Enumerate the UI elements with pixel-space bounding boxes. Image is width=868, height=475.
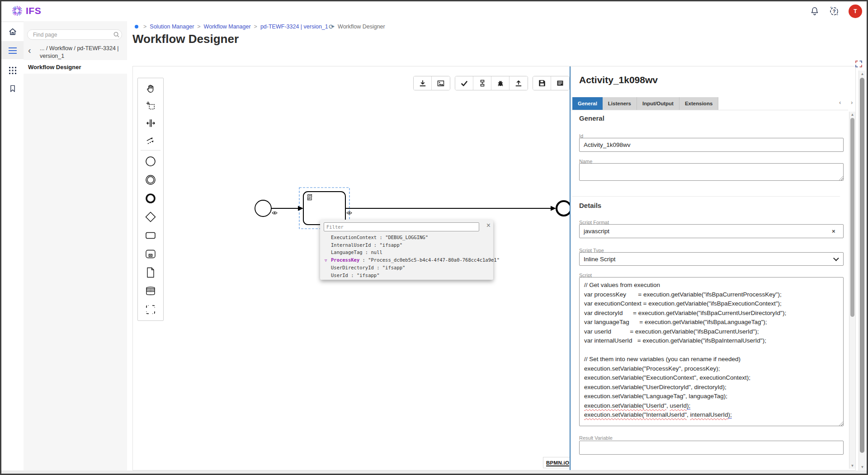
script-line: var userId = execution.getVariable("ifsB… [584,327,839,337]
name-resize-handle[interactable] [838,175,843,180]
notifications-bell-icon[interactable] [810,6,820,17]
script-line: execution.setVariable("UserId", userId); [584,401,839,411]
variable-separator: : [359,257,368,263]
user-avatar[interactable]: T [849,5,862,18]
properties-panel: Activity_1k098wv General Listeners Input… [571,66,855,470]
overlay-eye-icon-1[interactable] [272,212,277,214]
variable-row[interactable]: ExecutionContext : "DEBUG_LOGGING" [324,234,490,241]
variable-separator: : [374,265,382,270]
overlay-eye-icon-2[interactable] [347,212,352,214]
page-scroll-down-icon[interactable]: ▼ [859,465,866,469]
variable-row[interactable]: UserDirectoryId : "ifsapp" [324,264,490,272]
start-event[interactable] [255,200,271,216]
breadcrumb-item[interactable]: pd-TEWF-3324 | version_1 [260,24,328,30]
script-resize-handle[interactable] [838,421,843,426]
home-icon[interactable] [1,22,24,41]
script-line: // Get values from execution [584,281,839,290]
variable-value: null [371,249,382,255]
variable-row[interactable]: InternalUserId : "ifsapp" [324,241,490,249]
script-line: execution.setVariable("ProcessKey", proc… [584,364,839,374]
variable-separator: : [377,235,385,240]
panel-scrollbar-thumb[interactable] [850,118,854,317]
variable-name: InternalUserId [331,242,371,248]
scroll-up-icon[interactable]: ▲ [849,113,855,117]
script-line: execution.setVariable("LanguageTag", lan… [584,392,839,401]
back-chevron[interactable]: ‹ [28,46,31,55]
properties-tab[interactable]: Extensions [679,97,718,110]
page-scrollbar[interactable]: ▲ ▼ [859,71,866,470]
fullscreen-expand-icon[interactable] [855,60,863,68]
variable-row[interactable]: LanguageTag : null [324,249,490,256]
bpmn-io-badge[interactable]: BPMN.iO [543,457,572,468]
script-line: var internalUserId = execution.getVariab… [584,336,839,346]
refresh-icon[interactable]: ⟳ [329,23,334,30]
properties-tab[interactable]: Input/Output [637,97,679,110]
variable-separator: : [363,249,371,255]
element-title: Activity_1k098wv [579,75,658,85]
variable-name: UserDirectoryId [331,265,374,270]
filter-input[interactable] [324,222,479,231]
variable-value: "Process_dc0eb5c5-b4c4-4f47-80a0-768cc4c… [368,257,500,263]
page-title: Workflow Designer [132,32,239,46]
script-line: var languageTag = execution.getVariable(… [584,318,839,327]
search-input[interactable] [27,29,122,40]
id-input[interactable] [579,138,844,152]
script-type-select[interactable]: Inline Script [579,252,844,266]
script-line: execution.setVariable("InternalUserId", … [584,410,839,420]
search-icon [113,31,120,38]
script-editor[interactable]: // Get values from execution var process… [579,277,844,426]
svg-text:+: + [836,13,838,16]
breadcrumb-item[interactable]: Solution Manager [150,24,194,30]
breadcrumb-item[interactable]: Workflow Manager [204,24,251,30]
script-line: var directoryId = execution.getVariable(… [584,309,839,318]
clear-icon[interactable]: × [832,228,835,235]
help-icon[interactable]: ? + + [829,6,840,17]
page-scroll-up-icon[interactable]: ▲ [859,72,866,76]
bpmn-canvas[interactable]: × ExecutionContext : "DEBUG_LOGGING" Int… [133,66,570,470]
apps-grid-icon[interactable] [1,61,24,80]
breadcrumb-item[interactable]: Workflow Designer [338,24,385,30]
breadcrumb-dot-icon [135,25,138,28]
properties-tab[interactable]: General [572,97,603,110]
menu-icon[interactable] [1,41,24,60]
variables-list: ExecutionContext : "DEBUG_LOGGING" Inter… [324,234,490,279]
variable-row[interactable]: UserId : "ifsapp" [324,272,490,279]
breadcrumb-separator: > [197,24,200,30]
name-textarea[interactable] [579,163,844,181]
workflow-designer-workarea: × ExecutionContext : "DEBUG_LOGGING" Int… [132,66,856,470]
variable-value: "ifsapp" [357,273,380,278]
nav-rail [1,21,24,474]
variable-value: "ifsapp" [382,265,406,270]
script-line [584,346,839,355]
panel-scrollbar[interactable]: ▲ ▼ [849,112,855,469]
script-line: var processKey = execution.getVariable("… [584,290,839,300]
sidebar: ‹ ... / Workflow / pd-TEWF-3324 | versio… [24,21,127,474]
end-event[interactable] [557,201,570,216]
variable-separator: : [348,273,357,278]
scroll-down-icon[interactable]: ▼ [849,464,855,468]
chevron-down-icon [833,255,839,261]
variable-name: LanguageTag [331,249,363,255]
expand-triangle-icon[interactable]: ▽ [324,257,331,264]
variable-row[interactable]: ▽ProcessKey : "Process_dc0eb5c5-b4c4-4f4… [324,256,490,264]
close-icon[interactable]: × [486,222,491,229]
result-variable-input[interactable] [579,441,844,455]
script-line: execution.setVariable("UserDirectoryId",… [584,383,839,392]
variable-value: "ifsapp" [379,242,402,248]
context-path: ... / Workflow / pd-TEWF-3324 | version_… [40,45,122,60]
properties-tab[interactable]: Listeners [603,97,637,110]
bookmark-icon[interactable] [1,79,24,98]
app-window: IFS ? + + T [0,0,868,475]
result-variable-label: Result Variable [579,435,613,441]
breadcrumb-separator: > [143,24,146,30]
page-scrollbar-thumb[interactable] [860,78,864,453]
tabs-scroll-right-icon[interactable]: › [851,99,853,105]
script-format-input[interactable] [579,224,844,238]
tabs-scroll-left-icon[interactable]: ‹ [839,99,841,105]
script-line: execution.setVariable("ExecutionContext"… [584,373,839,383]
logo-text: IFS [26,5,41,16]
arrowhead-2 [551,206,556,211]
ifs-logo[interactable]: IFS [11,5,41,17]
sidebar-item-workflow-designer[interactable]: Workflow Designer [24,60,127,74]
top-header: IFS ? + + T [1,1,867,21]
